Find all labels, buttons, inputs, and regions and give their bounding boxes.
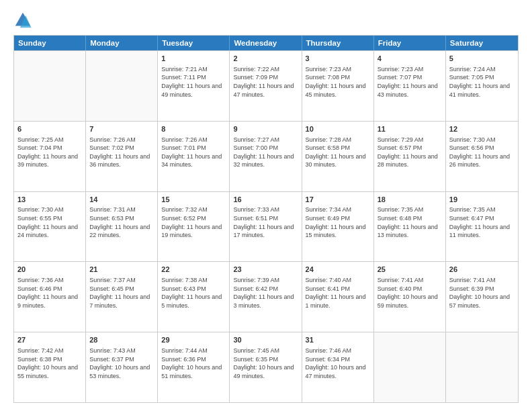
day-number: 4 (378, 54, 442, 64)
calendar-body: 1Sunrise: 7:21 AM Sunset: 7:11 PM Daylig… (14, 50, 518, 402)
cell-text: Sunrise: 7:46 AM Sunset: 6:34 PM Dayligh… (306, 347, 370, 380)
day-number: 19 (449, 195, 515, 205)
calendar-cell (374, 332, 446, 402)
calendar-cell: 19Sunrise: 7:35 AM Sunset: 6:47 PM Dayli… (446, 192, 518, 262)
calendar-cell: 5Sunrise: 7:24 AM Sunset: 7:05 PM Daylig… (446, 51, 518, 121)
calendar-week: 1Sunrise: 7:21 AM Sunset: 7:11 PM Daylig… (14, 50, 518, 121)
cell-text: Sunrise: 7:30 AM Sunset: 6:55 PM Dayligh… (17, 205, 82, 239)
cell-text: Sunrise: 7:30 AM Sunset: 6:56 PM Dayligh… (449, 136, 515, 169)
calendar-cell: 16Sunrise: 7:33 AM Sunset: 6:51 PM Dayli… (230, 192, 302, 262)
cell-text: Sunrise: 7:37 AM Sunset: 6:45 PM Dayligh… (89, 276, 154, 310)
day-number: 26 (449, 265, 515, 275)
cell-text: Sunrise: 7:29 AM Sunset: 6:57 PM Dayligh… (378, 136, 442, 169)
cell-text: Sunrise: 7:41 AM Sunset: 6:40 PM Dayligh… (378, 276, 442, 310)
cell-text: Sunrise: 7:45 AM Sunset: 6:35 PM Dayligh… (233, 347, 298, 380)
calendar-header-cell: Friday (374, 36, 446, 50)
day-number: 5 (449, 54, 515, 64)
day-number: 27 (17, 335, 82, 345)
day-number: 21 (89, 265, 154, 275)
cell-text: Sunrise: 7:24 AM Sunset: 7:05 PM Dayligh… (449, 65, 515, 99)
calendar-week: 6Sunrise: 7:25 AM Sunset: 7:04 PM Daylig… (14, 121, 518, 191)
calendar-cell: 17Sunrise: 7:34 AM Sunset: 6:49 PM Dayli… (302, 192, 374, 262)
day-number: 11 (378, 124, 442, 134)
day-number: 31 (306, 335, 370, 345)
cell-text: Sunrise: 7:39 AM Sunset: 6:42 PM Dayligh… (233, 276, 298, 310)
calendar-cell: 10Sunrise: 7:28 AM Sunset: 6:58 PM Dayli… (302, 122, 374, 191)
day-number: 12 (449, 124, 515, 134)
calendar-week: 13Sunrise: 7:30 AM Sunset: 6:55 PM Dayli… (14, 191, 518, 262)
cell-text: Sunrise: 7:32 AM Sunset: 6:52 PM Dayligh… (161, 205, 226, 239)
day-number: 14 (89, 195, 154, 205)
day-number: 24 (306, 265, 370, 275)
calendar-header-row: SundayMondayTuesdayWednesdayThursdayFrid… (14, 36, 518, 50)
calendar-cell (86, 51, 158, 121)
logo (13, 11, 35, 30)
logo-icon (13, 11, 32, 30)
day-number: 6 (17, 124, 82, 134)
cell-text: Sunrise: 7:33 AM Sunset: 6:51 PM Dayligh… (233, 205, 298, 239)
cell-text: Sunrise: 7:26 AM Sunset: 7:01 PM Dayligh… (161, 136, 226, 169)
cell-text: Sunrise: 7:35 AM Sunset: 6:48 PM Dayligh… (378, 205, 442, 239)
day-number: 9 (233, 124, 298, 134)
day-number: 3 (306, 54, 370, 64)
day-number: 23 (233, 265, 298, 275)
day-number: 17 (306, 195, 370, 205)
calendar-cell: 1Sunrise: 7:21 AM Sunset: 7:11 PM Daylig… (158, 51, 230, 121)
calendar-cell: 13Sunrise: 7:30 AM Sunset: 6:55 PM Dayli… (14, 192, 86, 262)
day-number: 2 (233, 54, 298, 64)
calendar-week: 20Sunrise: 7:36 AM Sunset: 6:46 PM Dayli… (14, 261, 518, 332)
cell-text: Sunrise: 7:21 AM Sunset: 7:11 PM Dayligh… (161, 65, 226, 99)
cell-text: Sunrise: 7:41 AM Sunset: 6:39 PM Dayligh… (449, 276, 515, 310)
calendar-cell: 8Sunrise: 7:26 AM Sunset: 7:01 PM Daylig… (158, 122, 230, 191)
calendar-cell: 22Sunrise: 7:38 AM Sunset: 6:43 PM Dayli… (158, 262, 230, 332)
calendar-header-cell: Thursday (302, 36, 374, 50)
cell-text: Sunrise: 7:22 AM Sunset: 7:09 PM Dayligh… (233, 65, 298, 99)
day-number: 16 (233, 195, 298, 205)
cell-text: Sunrise: 7:31 AM Sunset: 6:53 PM Dayligh… (89, 205, 154, 239)
calendar-header-cell: Wednesday (230, 36, 302, 50)
calendar-cell: 9Sunrise: 7:27 AM Sunset: 7:00 PM Daylig… (230, 122, 302, 191)
cell-text: Sunrise: 7:42 AM Sunset: 6:38 PM Dayligh… (17, 347, 82, 380)
day-number: 22 (161, 265, 226, 275)
calendar-header-cell: Tuesday (158, 36, 230, 50)
calendar-cell: 20Sunrise: 7:36 AM Sunset: 6:46 PM Dayli… (14, 262, 86, 332)
calendar-cell (14, 51, 86, 121)
calendar-header-cell: Saturday (446, 36, 518, 50)
calendar-cell: 15Sunrise: 7:32 AM Sunset: 6:52 PM Dayli… (158, 192, 230, 262)
calendar-cell: 11Sunrise: 7:29 AM Sunset: 6:57 PM Dayli… (374, 122, 446, 191)
cell-text: Sunrise: 7:34 AM Sunset: 6:49 PM Dayligh… (306, 205, 370, 239)
header (13, 11, 519, 30)
calendar-cell: 28Sunrise: 7:43 AM Sunset: 6:37 PM Dayli… (86, 332, 158, 402)
day-number: 18 (378, 195, 442, 205)
calendar-cell: 7Sunrise: 7:26 AM Sunset: 7:02 PM Daylig… (86, 122, 158, 191)
calendar: SundayMondayTuesdayWednesdayThursdayFrid… (13, 35, 519, 403)
day-number: 29 (161, 335, 226, 345)
calendar-week: 27Sunrise: 7:42 AM Sunset: 6:38 PM Dayli… (14, 332, 518, 402)
calendar-cell: 31Sunrise: 7:46 AM Sunset: 6:34 PM Dayli… (302, 332, 374, 402)
cell-text: Sunrise: 7:40 AM Sunset: 6:41 PM Dayligh… (306, 276, 370, 310)
calendar-cell: 6Sunrise: 7:25 AM Sunset: 7:04 PM Daylig… (14, 122, 86, 191)
day-number: 30 (233, 335, 298, 345)
page: SundayMondayTuesdayWednesdayThursdayFrid… (0, 0, 532, 411)
cell-text: Sunrise: 7:44 AM Sunset: 6:36 PM Dayligh… (161, 347, 226, 380)
calendar-cell (446, 332, 518, 402)
calendar-cell: 2Sunrise: 7:22 AM Sunset: 7:09 PM Daylig… (230, 51, 302, 121)
cell-text: Sunrise: 7:38 AM Sunset: 6:43 PM Dayligh… (161, 276, 226, 310)
cell-text: Sunrise: 7:35 AM Sunset: 6:47 PM Dayligh… (449, 205, 515, 239)
cell-text: Sunrise: 7:23 AM Sunset: 7:08 PM Dayligh… (306, 65, 370, 99)
day-number: 20 (17, 265, 82, 275)
day-number: 13 (17, 195, 82, 205)
calendar-header-cell: Monday (86, 36, 158, 50)
cell-text: Sunrise: 7:36 AM Sunset: 6:46 PM Dayligh… (17, 276, 82, 310)
day-number: 8 (161, 124, 226, 134)
calendar-cell: 12Sunrise: 7:30 AM Sunset: 6:56 PM Dayli… (446, 122, 518, 191)
calendar-cell: 23Sunrise: 7:39 AM Sunset: 6:42 PM Dayli… (230, 262, 302, 332)
day-number: 1 (161, 54, 226, 64)
calendar-cell: 27Sunrise: 7:42 AM Sunset: 6:38 PM Dayli… (14, 332, 86, 402)
calendar-cell: 25Sunrise: 7:41 AM Sunset: 6:40 PM Dayli… (374, 262, 446, 332)
cell-text: Sunrise: 7:26 AM Sunset: 7:02 PM Dayligh… (89, 136, 154, 169)
cell-text: Sunrise: 7:43 AM Sunset: 6:37 PM Dayligh… (89, 347, 154, 380)
day-number: 10 (306, 124, 370, 134)
day-number: 28 (89, 335, 154, 345)
day-number: 7 (89, 124, 154, 134)
